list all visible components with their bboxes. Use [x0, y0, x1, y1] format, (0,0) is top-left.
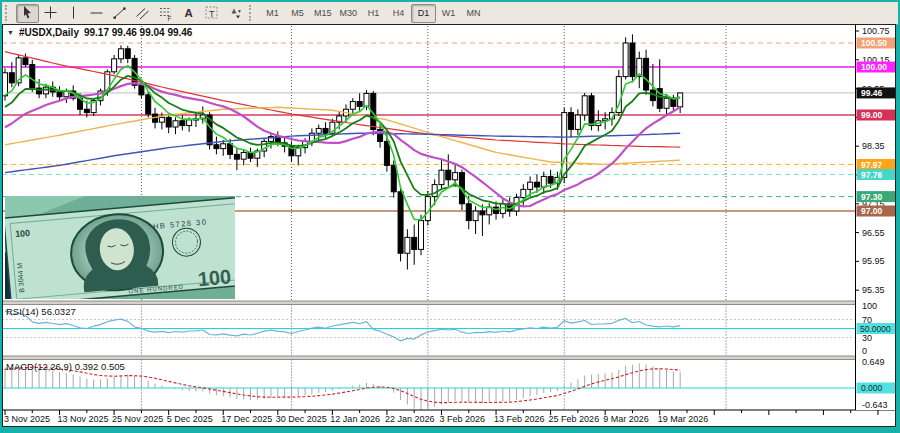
fibonacci-tool-button[interactable]: F	[154, 4, 177, 23]
bear-candle	[228, 144, 233, 155]
timeframe-h4-button[interactable]: H4	[386, 4, 411, 23]
svg-text:100: 100	[15, 228, 31, 239]
pane-separator[interactable]	[2, 301, 896, 305]
svg-text:100: 100	[197, 265, 232, 290]
equidistant-channel-icon	[137, 9, 149, 20]
bull-candle	[173, 121, 178, 127]
trendline-tool-button[interactable]	[108, 4, 131, 23]
price-chart-svg[interactable]: 100100HB 5728 30B 3044 MONE HUNDREDRSI(1…	[2, 24, 896, 427]
bear-candle	[412, 237, 417, 249]
terminal-window: FAT▾ M1M5M15M30H1H4D1W1MN ▼ #USDX,Daily …	[0, 0, 900, 433]
bull-candle	[575, 115, 580, 129]
date-label: 3 Feb 2026	[439, 414, 485, 424]
equidistant-channel-tool-button[interactable]	[131, 4, 154, 23]
bull-candle	[350, 102, 355, 110]
bear-candle	[548, 176, 553, 183]
bear-candle	[30, 65, 35, 89]
crosshair-tool-button[interactable]	[39, 4, 62, 23]
vertical-line-tool-button[interactable]	[62, 4, 85, 23]
arrows-tool-button[interactable]: ▾	[223, 4, 246, 23]
timeframe-m15-button[interactable]: M15	[310, 4, 336, 23]
bull-candle	[623, 43, 628, 77]
toolbar-grip-2[interactable]	[249, 5, 256, 21]
svg-text:97.00: 97.00	[861, 206, 883, 216]
bull-candle	[473, 211, 478, 221]
rsi-label: RSI(14) 56.0327	[6, 306, 76, 317]
cursor-tool-button[interactable]	[16, 4, 39, 23]
price-badge-97.00: 97.00	[857, 206, 896, 217]
text-label-tool-button[interactable]: T	[200, 4, 223, 23]
text-tool-button[interactable]: A	[177, 4, 200, 23]
svg-text:99.46: 99.46	[861, 88, 883, 98]
timeframe-w1-button[interactable]: W1	[436, 4, 461, 23]
timeframe-m1-button[interactable]: M1	[260, 4, 285, 23]
price-badge-97.76: 97.76	[857, 169, 896, 180]
svg-text:▾: ▾	[238, 8, 241, 14]
svg-text:97.76: 97.76	[861, 170, 883, 180]
arrows-icon: ▾	[232, 8, 242, 19]
bull-candle	[405, 237, 410, 253]
svg-text:99.00: 99.00	[861, 110, 883, 120]
bear-candle	[589, 96, 594, 126]
dollar-bill-image: 100100HB 5728 30B 3044 MONE HUNDRED	[4, 196, 263, 307]
timeframe-mn-button[interactable]: MN	[461, 4, 486, 23]
bull-candle	[159, 117, 164, 122]
bear-candle	[391, 165, 396, 191]
chart-title: ▼ #USDX,Daily 99.17 99.46 99.04 99.46	[7, 27, 192, 38]
date-label: 22 Jan 2026	[385, 414, 435, 424]
bull-candle	[419, 221, 424, 250]
date-label: 5 Dec 2025	[167, 414, 213, 424]
bear-candle	[166, 117, 171, 127]
bull-candle	[664, 98, 669, 108]
timeframe-m30-button[interactable]: M30	[336, 4, 362, 23]
timeframe-m5-button[interactable]: M5	[285, 4, 310, 23]
macd-scale-top: 0.649	[862, 357, 885, 367]
bull-candle	[678, 93, 683, 107]
chart-area[interactable]: ▼ #USDX,Daily 99.17 99.46 99.04 99.46 10…	[2, 24, 896, 427]
svg-text:A: A	[185, 7, 193, 19]
date-label: 12 Jan 2026	[330, 414, 380, 424]
ohlc-values: 99.17 99.46 99.04 99.46	[84, 27, 192, 38]
toolbar-grip[interactable]	[5, 5, 12, 21]
bull-candle	[221, 144, 226, 149]
collapse-triangle-icon[interactable]: ▼	[7, 29, 14, 36]
timeframe-h1-button[interactable]: H1	[361, 4, 386, 23]
bear-candle	[630, 43, 635, 77]
price-axis[interactable]: 100.75100.1599.5598.9598.3597.7597.1596.…	[855, 24, 896, 410]
fibonacci-icon: F	[160, 9, 172, 22]
crosshair-icon	[45, 7, 57, 19]
svg-text:97.97: 97.97	[861, 160, 883, 170]
bear-candle	[534, 182, 539, 187]
bull-candle	[241, 152, 246, 159]
bear-candle	[139, 85, 144, 95]
bear-candle	[146, 95, 151, 114]
bear-candle	[9, 73, 14, 83]
bear-candle	[644, 58, 649, 90]
bull-candle	[3, 73, 8, 96]
rsi-scale-label: 0	[862, 346, 867, 356]
svg-text:97.30: 97.30	[861, 192, 883, 202]
toolbar: FAT▾ M1M5M15M30H1H4D1W1MN	[2, 2, 898, 25]
date-label: 13 Feb 2026	[494, 414, 545, 424]
bull-candle	[112, 59, 117, 72]
pane-separator[interactable]	[2, 356, 896, 360]
symbol-label: #USDX,Daily	[19, 27, 79, 38]
date-label: 13 Nov 2025	[58, 414, 109, 424]
bull-candle	[541, 176, 546, 187]
bear-candle	[446, 170, 451, 180]
timeframe-d1-button[interactable]: D1	[411, 4, 436, 23]
bear-candle	[214, 145, 219, 149]
bear-candle	[84, 109, 89, 112]
horizontal-line-tool-button[interactable]	[85, 4, 108, 23]
rsi-mid-badge: 50.0000	[857, 323, 896, 334]
date-label: 9 Mar 2026	[603, 414, 649, 424]
rsi-scale-label: 100	[862, 301, 877, 311]
bull-candle	[432, 185, 437, 197]
timeframe-group: M1M5M15M30H1H4D1W1MN	[260, 4, 486, 23]
date-label: 19 Mar 2026	[658, 414, 709, 424]
bull-candle	[453, 173, 458, 180]
bear-candle	[480, 211, 485, 215]
price-tick-label: 100.75	[862, 26, 890, 36]
price-badge-97.97: 97.97	[857, 159, 896, 170]
svg-text:100.50: 100.50	[861, 38, 887, 48]
